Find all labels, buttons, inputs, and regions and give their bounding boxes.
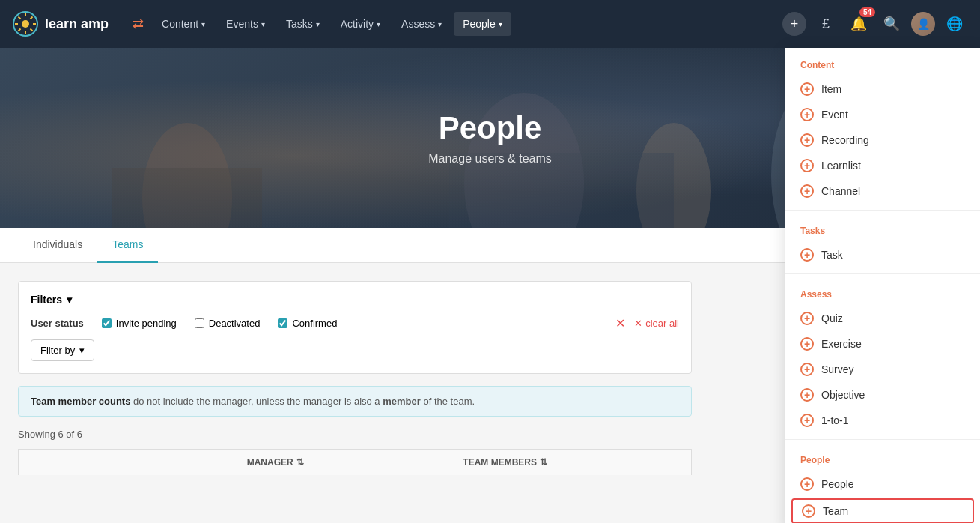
divider <box>785 439 980 440</box>
page-subtitle: Manage users & teams <box>428 152 552 166</box>
plus-icon: + <box>800 363 814 376</box>
chevron-down-icon: ▾ <box>67 294 72 306</box>
nav-activity[interactable]: Activity ▾ <box>332 12 389 36</box>
sort-icon[interactable]: ⇅ <box>296 457 304 468</box>
filter-actions: ✕ ✕ clear all <box>615 316 679 330</box>
app-logo[interactable]: learn amp <box>12 10 109 37</box>
col-members: Team members ⇅ <box>463 457 679 468</box>
nav-people[interactable]: People ▾ <box>454 12 511 36</box>
showing-count: Showing 6 of 6 <box>18 429 692 440</box>
chevron-down-icon: ▾ <box>261 20 265 28</box>
dropdown-item-learnlist[interactable]: + Learnlist <box>785 153 980 178</box>
chevron-down-icon: ▾ <box>201 20 205 28</box>
dropdown-section-content: Content + Item + Event + Recording + Lea… <box>785 48 980 207</box>
clear-all-link[interactable]: ✕ clear all <box>634 318 679 329</box>
confirmed-checkbox[interactable] <box>278 318 287 328</box>
x-icon: ✕ <box>634 318 642 329</box>
dropdown-item-item[interactable]: + Item <box>785 76 980 102</box>
plus-icon: + <box>800 337 814 351</box>
avatar[interactable]: 👤 <box>911 12 935 36</box>
plus-icon: + <box>800 477 814 491</box>
svg-line-6 <box>19 17 21 19</box>
divider <box>785 273 980 274</box>
filter-row: User status Invite pending Deactivated C… <box>31 316 679 330</box>
dropdown-section-title-tasks: Tasks <box>785 223 980 242</box>
table-header: Manager ⇅ Team members ⇅ <box>18 449 692 475</box>
divider <box>785 210 980 211</box>
navbar: learn amp ⇄ Content ▾ Events ▾ Tasks ▾ A… <box>0 0 980 48</box>
svg-line-8 <box>31 17 33 19</box>
tab-individuals[interactable]: Individuals <box>18 228 97 263</box>
info-text-middle: do not include the manager, unless the m… <box>133 396 383 407</box>
chevron-down-icon: ▾ <box>79 345 85 356</box>
filter-by-row: Filter by ▾ <box>31 339 679 361</box>
dropdown-item-recording[interactable]: + Recording <box>785 127 980 153</box>
chevron-down-icon: ▾ <box>377 20 380 28</box>
plus-icon: + <box>800 108 814 121</box>
page-title: People <box>439 110 542 146</box>
add-button[interactable]: + <box>782 12 806 36</box>
nav-tasks[interactable]: Tasks ▾ <box>277 12 329 36</box>
filter-deactivated[interactable]: Deactivated <box>195 318 261 329</box>
dropdown-item-objective[interactable]: + Objective <box>785 382 980 408</box>
info-bold: member <box>383 396 421 407</box>
nav-content[interactable]: Content ▾ <box>153 12 214 36</box>
dropdown-item-quiz[interactable]: + Quiz <box>785 306 980 331</box>
globe-icon[interactable]: 🌐 <box>941 10 968 37</box>
plus-icon: + <box>800 248 814 262</box>
info-text-after: of the team. <box>423 396 475 407</box>
nav-right: + £ 🔔 54 🔍 👤 🌐 <box>782 10 968 37</box>
dropdown-section-tasks: Tasks + Task <box>785 214 980 270</box>
invite-pending-checkbox[interactable] <box>102 318 112 328</box>
dropdown-item-event[interactable]: + Event <box>785 102 980 127</box>
filters-header[interactable]: Filters ▾ <box>31 294 679 306</box>
dropdown-item-channel[interactable]: + Channel <box>785 178 980 204</box>
plus-icon: + <box>800 82 814 96</box>
chevron-down-icon: ▾ <box>499 20 502 28</box>
dropdown-section-title-assess: Assess <box>785 286 980 306</box>
dropdown-section-assess: Assess + Quiz + Exercise + Survey + Obje… <box>785 277 980 436</box>
plus-icon: + <box>800 159 814 172</box>
chevron-down-icon: ▾ <box>438 20 442 28</box>
col-manager: Manager ⇅ <box>247 457 463 468</box>
nav-assess[interactable]: Assess ▾ <box>392 12 451 36</box>
plus-icon: + <box>800 184 814 198</box>
nav-links: ⇄ Content ▾ Events ▾ Tasks ▾ Activity ▾ … <box>133 12 782 36</box>
chevron-down-icon: ▾ <box>316 20 320 28</box>
svg-point-1 <box>22 20 29 28</box>
dropdown-section-people: People + People + Team <box>785 443 980 493</box>
dropdown-item-task[interactable]: + Task <box>785 242 980 267</box>
bell-wrapper: 🔔 54 <box>845 10 872 37</box>
filters-panel: Filters ▾ User status Invite pending Dea… <box>18 281 692 374</box>
remove-icon[interactable]: ✕ <box>615 316 625 330</box>
notification-badge: 54 <box>859 7 875 17</box>
dropdown-section-title-content: Content <box>785 57 980 76</box>
dropdown-item-people[interactable]: + People <box>785 471 980 493</box>
user-status-label: User status <box>31 318 84 329</box>
dropdown-item-survey[interactable]: + Survey <box>785 357 980 382</box>
nav-events[interactable]: Events ▾ <box>217 12 274 36</box>
search-icon[interactable]: 🔍 <box>878 10 905 37</box>
dropdown-item-1to1[interactable]: + 1-to-1 <box>785 408 980 433</box>
filter-invite-pending[interactable]: Invite pending <box>102 318 177 329</box>
pound-icon[interactable]: £ <box>812 10 839 37</box>
dropdown-menu: Content + Item + Event + Recording + Lea… <box>785 48 980 493</box>
info-bar: Team member counts do not include the ma… <box>18 386 692 417</box>
svg-line-9 <box>19 29 21 31</box>
plus-icon: + <box>800 312 814 325</box>
tab-teams[interactable]: Teams <box>97 228 158 263</box>
col-name <box>31 457 247 468</box>
sort-icon[interactable]: ⇅ <box>540 457 547 468</box>
app-name: learn amp <box>45 16 109 32</box>
shuffle-icon[interactable]: ⇄ <box>133 16 144 32</box>
plus-icon: + <box>800 414 814 427</box>
filter-confirmed[interactable]: Confirmed <box>278 318 337 329</box>
logo-icon <box>12 10 39 37</box>
plus-icon: + <box>800 388 814 402</box>
deactivated-checkbox[interactable] <box>195 318 204 328</box>
dropdown-section-title-people: People <box>785 452 980 471</box>
plus-icon: + <box>800 133 814 147</box>
filter-by-button[interactable]: Filter by ▾ <box>31 339 94 361</box>
dropdown-item-exercise[interactable]: + Exercise <box>785 331 980 357</box>
info-strong: Team member counts <box>31 396 130 407</box>
